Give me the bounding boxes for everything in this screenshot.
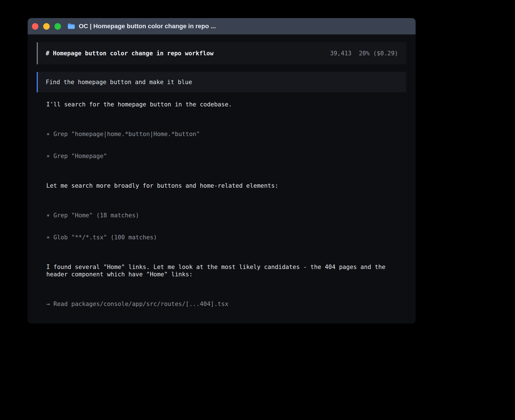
assistant-text: I found several "Home" links. Let me loo…: [46, 263, 406, 278]
terminal-content: # Homepage button color change in repo w…: [28, 34, 416, 323]
window-title-group: OC | Homepage button color change in rep…: [67, 23, 216, 30]
terminal-window: OC | Homepage button color change in rep…: [28, 18, 416, 323]
close-button[interactable]: [32, 23, 38, 30]
tool-call-group: ∗ Grep "homepage|home.*button|Home.*butt…: [46, 116, 406, 174]
tool-call-glob[interactable]: ∗ Glob "**/*.tsx" (100 matches): [46, 234, 406, 241]
tool-call-read[interactable]: → Read packages/console/app/src/routes/[…: [46, 300, 406, 308]
folder-icon: [67, 23, 75, 29]
window-titlebar[interactable]: OC | Homepage button color change in rep…: [28, 18, 416, 34]
assistant-text: I'll search for the homepage button in t…: [46, 101, 406, 108]
window-title: OC | Homepage button color change in rep…: [79, 23, 216, 30]
user-message-text: Find the homepage button and make it blu…: [46, 79, 192, 86]
tool-call-grep[interactable]: ∗ Grep "Home" (18 matches): [46, 212, 406, 219]
session-title: # Homepage button color change in repo w…: [46, 50, 213, 57]
minimize-button[interactable]: [43, 23, 50, 30]
token-count: 39,413: [330, 50, 352, 57]
zoom-button[interactable]: [54, 23, 61, 30]
tool-call-group: → Read packages/console/app/src/routes/[…: [46, 286, 406, 323]
user-message: Find the homepage button and make it blu…: [37, 72, 406, 92]
tool-call-read[interactable]: → Read packages/console/app/src/componen…: [46, 322, 406, 323]
assistant-response: I'll search for the homepage button in t…: [46, 101, 406, 323]
tool-call-grep[interactable]: ∗ Grep "homepage|home.*button|Home.*butt…: [46, 130, 406, 138]
session-stats: 39,413 20% ($0.29): [330, 50, 398, 57]
tool-call-group: ∗ Grep "Home" (18 matches) ∗ Glob "**/*.…: [46, 197, 406, 256]
assistant-text: Let me search more broadly for buttons a…: [46, 182, 406, 189]
traffic-lights: [32, 23, 61, 30]
session-header: # Homepage button color change in repo w…: [37, 42, 406, 64]
context-cost: 20% ($0.29): [359, 50, 398, 57]
tool-call-grep[interactable]: ∗ Grep "Homepage": [46, 152, 406, 160]
